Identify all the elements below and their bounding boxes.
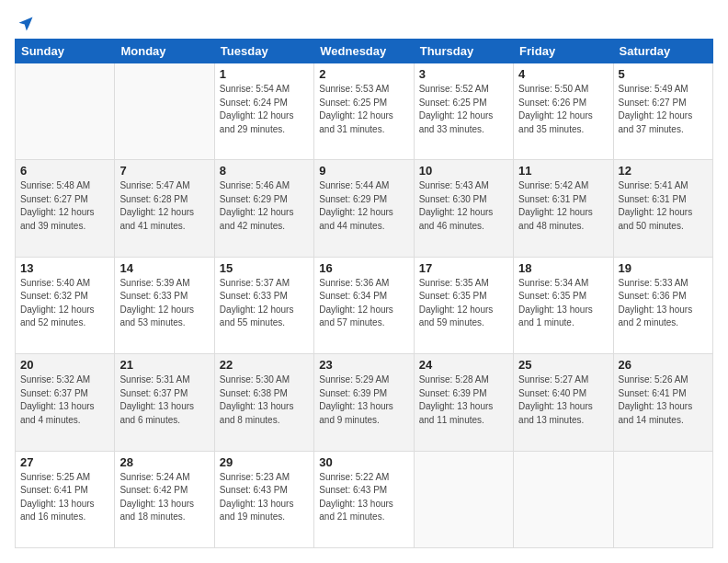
weekday-header: Thursday — [414, 40, 513, 63]
day-info: Sunrise: 5:22 AM Sunset: 6:43 PM Dayligh… — [319, 471, 408, 524]
day-number: 9 — [319, 164, 408, 178]
calendar-cell: 9Sunrise: 5:44 AM Sunset: 6:29 PM Daylig… — [314, 160, 414, 257]
calendar-cell: 6Sunrise: 5:48 AM Sunset: 6:27 PM Daylig… — [16, 160, 115, 257]
day-number: 12 — [619, 164, 708, 178]
day-info: Sunrise: 5:39 AM Sunset: 6:33 PM Dayligh… — [119, 277, 209, 330]
day-number: 18 — [518, 261, 608, 275]
day-number: 19 — [619, 261, 708, 275]
weekday-header: Tuesday — [214, 40, 313, 63]
day-info: Sunrise: 5:46 AM Sunset: 6:29 PM Dayligh… — [220, 179, 309, 233]
calendar-cell: 16Sunrise: 5:36 AM Sunset: 6:34 PM Dayli… — [314, 257, 414, 353]
day-number: 15 — [220, 261, 309, 275]
day-info: Sunrise: 5:49 AM Sunset: 6:27 PM Dayligh… — [619, 83, 708, 136]
day-number: 27 — [20, 455, 109, 469]
day-info: Sunrise: 5:44 AM Sunset: 6:29 PM Dayligh… — [319, 179, 408, 233]
calendar-cell — [414, 451, 513, 547]
calendar-cell — [115, 63, 214, 160]
day-number: 5 — [619, 67, 708, 81]
calendar-table: SundayMondayTuesdayWednesdayThursdayFrid… — [15, 39, 713, 548]
calendar-body: 1Sunrise: 5:54 AM Sunset: 6:24 PM Daylig… — [16, 63, 713, 548]
day-info: Sunrise: 5:48 AM Sunset: 6:27 PM Dayligh… — [20, 179, 109, 233]
day-info: Sunrise: 5:31 AM Sunset: 6:37 PM Dayligh… — [119, 373, 209, 427]
calendar-cell: 11Sunrise: 5:42 AM Sunset: 6:31 PM Dayli… — [514, 160, 613, 257]
day-number: 11 — [518, 164, 608, 178]
logo — [15, 15, 35, 29]
day-info: Sunrise: 5:37 AM Sunset: 6:33 PM Dayligh… — [220, 277, 309, 330]
day-number: 4 — [518, 67, 608, 81]
calendar-cell: 17Sunrise: 5:35 AM Sunset: 6:35 PM Dayli… — [414, 257, 513, 353]
day-number: 28 — [119, 455, 209, 469]
calendar-cell: 4Sunrise: 5:50 AM Sunset: 6:26 PM Daylig… — [514, 63, 613, 160]
calendar-cell: 27Sunrise: 5:25 AM Sunset: 6:41 PM Dayli… — [16, 451, 115, 547]
day-number: 17 — [419, 261, 508, 275]
logo-bird-icon — [17, 15, 35, 33]
header — [15, 15, 713, 29]
weekday-header: Wednesday — [314, 40, 414, 63]
day-number: 3 — [419, 67, 508, 81]
calendar-cell: 26Sunrise: 5:26 AM Sunset: 6:41 PM Dayli… — [613, 354, 712, 451]
calendar-cell: 13Sunrise: 5:40 AM Sunset: 6:32 PM Dayli… — [16, 257, 115, 353]
day-info: Sunrise: 5:40 AM Sunset: 6:32 PM Dayligh… — [20, 277, 109, 330]
day-number: 25 — [518, 358, 608, 372]
weekday-header: Sunday — [16, 40, 115, 63]
day-number: 10 — [419, 164, 508, 178]
weekday-header: Monday — [115, 40, 214, 63]
day-number: 2 — [319, 67, 408, 81]
calendar-cell — [613, 451, 712, 547]
calendar-cell: 28Sunrise: 5:24 AM Sunset: 6:42 PM Dayli… — [115, 451, 214, 547]
day-info: Sunrise: 5:50 AM Sunset: 6:26 PM Dayligh… — [518, 83, 608, 136]
day-info: Sunrise: 5:42 AM Sunset: 6:31 PM Dayligh… — [518, 179, 608, 233]
calendar-cell — [514, 451, 613, 547]
calendar-cell: 20Sunrise: 5:32 AM Sunset: 6:37 PM Dayli… — [16, 354, 115, 451]
day-info: Sunrise: 5:29 AM Sunset: 6:39 PM Dayligh… — [319, 373, 408, 427]
calendar-cell: 2Sunrise: 5:53 AM Sunset: 6:25 PM Daylig… — [314, 63, 414, 160]
day-info: Sunrise: 5:26 AM Sunset: 6:41 PM Dayligh… — [619, 373, 708, 427]
calendar-cell: 29Sunrise: 5:23 AM Sunset: 6:43 PM Dayli… — [214, 451, 313, 547]
day-info: Sunrise: 5:28 AM Sunset: 6:39 PM Dayligh… — [419, 373, 508, 427]
calendar-cell: 25Sunrise: 5:27 AM Sunset: 6:40 PM Dayli… — [514, 354, 613, 451]
day-info: Sunrise: 5:36 AM Sunset: 6:34 PM Dayligh… — [319, 277, 408, 330]
day-number: 23 — [319, 358, 408, 372]
day-number: 1 — [220, 67, 309, 81]
day-number: 7 — [119, 164, 209, 178]
calendar-header-row: SundayMondayTuesdayWednesdayThursdayFrid… — [16, 40, 713, 63]
calendar-cell: 19Sunrise: 5:33 AM Sunset: 6:36 PM Dayli… — [613, 257, 712, 353]
day-number: 6 — [20, 164, 109, 178]
calendar-row: 20Sunrise: 5:32 AM Sunset: 6:37 PM Dayli… — [16, 354, 713, 451]
calendar-cell: 23Sunrise: 5:29 AM Sunset: 6:39 PM Dayli… — [314, 354, 414, 451]
day-info: Sunrise: 5:30 AM Sunset: 6:38 PM Dayligh… — [220, 373, 309, 427]
day-number: 21 — [119, 358, 209, 372]
day-number: 20 — [20, 358, 109, 372]
day-number: 22 — [220, 358, 309, 372]
day-info: Sunrise: 5:47 AM Sunset: 6:28 PM Dayligh… — [119, 179, 209, 233]
day-number: 8 — [220, 164, 309, 178]
calendar-cell: 3Sunrise: 5:52 AM Sunset: 6:25 PM Daylig… — [414, 63, 513, 160]
calendar-cell: 1Sunrise: 5:54 AM Sunset: 6:24 PM Daylig… — [214, 63, 313, 160]
calendar-cell: 22Sunrise: 5:30 AM Sunset: 6:38 PM Dayli… — [214, 354, 313, 451]
calendar-row: 6Sunrise: 5:48 AM Sunset: 6:27 PM Daylig… — [16, 160, 713, 257]
calendar-row: 1Sunrise: 5:54 AM Sunset: 6:24 PM Daylig… — [16, 63, 713, 160]
day-number: 24 — [419, 358, 508, 372]
calendar-row: 13Sunrise: 5:40 AM Sunset: 6:32 PM Dayli… — [16, 257, 713, 353]
day-info: Sunrise: 5:25 AM Sunset: 6:41 PM Dayligh… — [20, 471, 109, 524]
calendar-cell: 12Sunrise: 5:41 AM Sunset: 6:31 PM Dayli… — [613, 160, 712, 257]
day-info: Sunrise: 5:41 AM Sunset: 6:31 PM Dayligh… — [619, 179, 708, 233]
calendar-cell: 8Sunrise: 5:46 AM Sunset: 6:29 PM Daylig… — [214, 160, 313, 257]
day-info: Sunrise: 5:35 AM Sunset: 6:35 PM Dayligh… — [419, 277, 508, 330]
calendar-cell — [16, 63, 115, 160]
day-info: Sunrise: 5:32 AM Sunset: 6:37 PM Dayligh… — [20, 373, 109, 427]
calendar-cell: 24Sunrise: 5:28 AM Sunset: 6:39 PM Dayli… — [414, 354, 513, 451]
day-number: 16 — [319, 261, 408, 275]
day-number: 14 — [119, 261, 209, 275]
calendar-cell: 18Sunrise: 5:34 AM Sunset: 6:35 PM Dayli… — [514, 257, 613, 353]
calendar-cell: 14Sunrise: 5:39 AM Sunset: 6:33 PM Dayli… — [115, 257, 214, 353]
day-number: 13 — [20, 261, 109, 275]
calendar-row: 27Sunrise: 5:25 AM Sunset: 6:41 PM Dayli… — [16, 451, 713, 547]
weekday-header: Saturday — [613, 40, 712, 63]
day-info: Sunrise: 5:34 AM Sunset: 6:35 PM Dayligh… — [518, 277, 608, 330]
day-info: Sunrise: 5:27 AM Sunset: 6:40 PM Dayligh… — [518, 373, 608, 427]
day-info: Sunrise: 5:33 AM Sunset: 6:36 PM Dayligh… — [619, 277, 708, 330]
day-info: Sunrise: 5:43 AM Sunset: 6:30 PM Dayligh… — [419, 179, 508, 233]
calendar-cell: 7Sunrise: 5:47 AM Sunset: 6:28 PM Daylig… — [115, 160, 214, 257]
day-number: 30 — [319, 455, 408, 469]
